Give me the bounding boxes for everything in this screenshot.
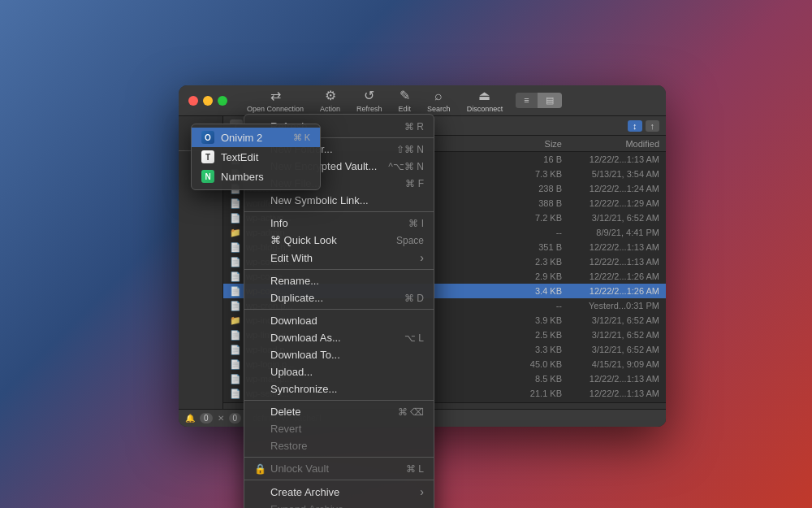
file-size: 7.2 KB bbox=[513, 213, 562, 223]
file-modified: 12/22/2...1:13 AM bbox=[562, 257, 659, 267]
file-modified: 3/12/21, 6:52 AM bbox=[562, 330, 659, 340]
info-label: Info bbox=[270, 217, 288, 229]
column-view-button[interactable]: ▤ bbox=[538, 93, 562, 108]
title-bar: ⇄ Open Connection ⚙ Action ↺ Refresh ✎ E… bbox=[179, 85, 666, 116]
sort-toggle[interactable]: ↕ bbox=[628, 120, 642, 132]
download-to-label: Download To... bbox=[270, 349, 340, 361]
file-icon: 📄 bbox=[230, 198, 243, 209]
action-label: Action bbox=[320, 105, 340, 113]
file-size: 7.3 KB bbox=[513, 169, 562, 179]
expand-archive-label: Expand Archive bbox=[270, 503, 343, 508]
list-view-button[interactable]: ≡ bbox=[516, 93, 537, 108]
file-size: 3.4 KB bbox=[513, 286, 562, 296]
file-size: 238 B bbox=[513, 184, 562, 193]
open-connection-icon: ⇄ bbox=[270, 88, 281, 103]
info-menu-item[interactable]: Info ⌘ I bbox=[244, 215, 434, 232]
action-icon: ⚙ bbox=[325, 88, 336, 103]
modified-header[interactable]: Modified bbox=[562, 139, 659, 149]
refresh-shortcut: ⌘ R bbox=[404, 121, 424, 132]
file-modified: 3/12/21, 6:52 AM bbox=[562, 345, 659, 354]
lock-icon: 🔒 bbox=[254, 463, 266, 475]
duplicate-menu-item[interactable]: Duplicate... ⌘ D bbox=[244, 289, 434, 306]
numbers-icon: N bbox=[201, 170, 214, 183]
unlock-vault-menu-item[interactable]: 🔒 Unlock Vault ⌘ L bbox=[244, 460, 434, 477]
refresh-button[interactable]: ↺ Refresh bbox=[350, 86, 389, 115]
minimize-button[interactable] bbox=[203, 96, 213, 106]
download-menu-item[interactable]: Download bbox=[244, 312, 434, 329]
delete-shortcut: ⌘ ⌫ bbox=[398, 406, 424, 418]
traffic-lights bbox=[188, 96, 227, 106]
file-size: 2.3 KB bbox=[513, 257, 562, 267]
folder-icon: 📁 bbox=[230, 228, 243, 238]
file-icon: 📄 bbox=[230, 242, 243, 253]
file-size: 8.5 KB bbox=[513, 374, 562, 384]
numbers-label: Numbers bbox=[221, 171, 264, 183]
file-icon: 📄 bbox=[230, 389, 243, 399]
file-size: -- bbox=[513, 301, 562, 310]
file-size: -- bbox=[513, 228, 562, 237]
search-button[interactable]: ⌕ Search bbox=[421, 87, 457, 115]
quick-look-label: ⌘ Quick Look bbox=[270, 234, 337, 246]
upload-label: Upload... bbox=[270, 366, 313, 378]
open-connection-button[interactable]: ⇄ Open Connection bbox=[240, 86, 310, 115]
separator bbox=[244, 400, 434, 401]
create-archive-menu-item[interactable]: Create Archive bbox=[244, 483, 434, 501]
file-modified: 12/22/2...1:26 AM bbox=[562, 271, 659, 281]
synchronize-menu-item[interactable]: Synchronize... bbox=[244, 380, 434, 397]
file-size: 3.9 KB bbox=[513, 315, 562, 325]
action-button[interactable]: ⚙ Action bbox=[313, 86, 347, 115]
file-size: 351 B bbox=[513, 242, 562, 252]
nav-up-button[interactable]: ↑ bbox=[646, 120, 660, 132]
rename-label: Rename... bbox=[270, 275, 319, 287]
maximize-button[interactable] bbox=[218, 96, 227, 106]
toolbar: ⇄ Open Connection ⚙ Action ↺ Refresh ✎ E… bbox=[240, 86, 562, 115]
quick-look-menu-item[interactable]: ⌘ Quick Look Space bbox=[244, 232, 434, 249]
file-modified: 12/22/2...1:24 AM bbox=[562, 184, 659, 193]
file-size: 388 B bbox=[513, 198, 562, 208]
download-to-menu-item[interactable]: Download To... bbox=[244, 346, 434, 363]
size-header[interactable]: Size bbox=[513, 139, 562, 149]
file-icon: 📄 bbox=[230, 359, 243, 370]
close-button[interactable] bbox=[188, 96, 198, 106]
disconnect-icon: ⏏ bbox=[478, 88, 490, 103]
view-toggle: ≡ ▤ bbox=[516, 93, 561, 108]
onivim-icon: O bbox=[201, 131, 214, 144]
numbers-menu-item[interactable]: N Numbers bbox=[192, 167, 320, 186]
file-icon: 📄 bbox=[230, 213, 243, 224]
textedit-menu-item[interactable]: T TextEdit bbox=[192, 147, 320, 167]
revert-menu-item[interactable]: Revert bbox=[244, 420, 434, 437]
edit-icon: ✎ bbox=[400, 88, 410, 103]
file-modified: Yesterd...0:31 PM bbox=[562, 301, 659, 310]
textedit-icon: T bbox=[201, 150, 214, 163]
separator bbox=[244, 457, 434, 458]
edit-button[interactable]: ✎ Edit bbox=[392, 86, 418, 115]
delete-menu-item[interactable]: Delete ⌘ ⌫ bbox=[244, 403, 434, 420]
new-symlink-menu-item[interactable]: New Symbolic Link... bbox=[244, 192, 434, 209]
file-modified: 3/12/21, 6:52 AM bbox=[562, 315, 659, 325]
onivim-menu-item[interactable]: O Onivim 2 ⌘ K bbox=[192, 128, 320, 147]
duplicate-shortcut: ⌘ D bbox=[404, 293, 424, 304]
unlock-vault-shortcut: ⌘ L bbox=[406, 463, 424, 475]
refresh-icon: ↺ bbox=[364, 88, 374, 103]
file-modified: 8/9/21, 4:41 PM bbox=[562, 228, 659, 237]
open-connection-label: Open Connection bbox=[247, 105, 304, 113]
upload-menu-item[interactable]: Upload... bbox=[244, 363, 434, 380]
disconnect-button[interactable]: ⏏ Disconnect bbox=[460, 86, 510, 115]
file-size: 16 B bbox=[513, 154, 562, 164]
onivim-label: Onivim 2 bbox=[221, 132, 262, 144]
file-icon: 📁 bbox=[230, 315, 243, 326]
file-icon: 📄 bbox=[230, 301, 243, 311]
edit-with-menu-item[interactable]: Edit With bbox=[244, 249, 434, 267]
download-as-label: Download As... bbox=[270, 332, 341, 344]
file-icon: 📄 bbox=[230, 257, 243, 267]
download-as-menu-item[interactable]: Download As... ⌥ L bbox=[244, 329, 434, 346]
file-icon: 📄 bbox=[230, 286, 243, 297]
restore-menu-item[interactable]: Restore bbox=[244, 437, 434, 454]
file-size: 45.0 KB bbox=[513, 359, 562, 369]
rename-menu-item[interactable]: Rename... bbox=[244, 272, 434, 289]
separator bbox=[244, 269, 434, 270]
quick-look-shortcut: Space bbox=[396, 235, 424, 246]
file-modified: 12/22/2...1:13 AM bbox=[562, 389, 659, 398]
expand-archive-menu-item[interactable]: Expand Archive bbox=[244, 501, 434, 508]
file-icon: 📄 bbox=[230, 374, 243, 384]
